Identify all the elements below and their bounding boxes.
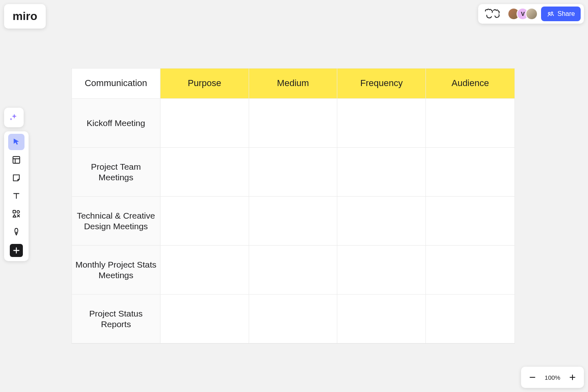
svg-point-1 — [551, 12, 553, 13]
tool-template[interactable] — [8, 152, 24, 168]
table-cell[interactable] — [337, 99, 426, 148]
table-cell[interactable] — [249, 148, 338, 197]
plus-icon — [12, 246, 21, 255]
table-cell[interactable] — [249, 246, 338, 295]
zoom-controls: 100% — [521, 367, 584, 388]
svg-point-4 — [17, 210, 19, 213]
table-row-label[interactable]: Project Team Meetings — [72, 148, 160, 197]
ai-tool[interactable] — [4, 108, 24, 127]
template-icon — [12, 155, 21, 164]
minus-icon — [528, 373, 537, 381]
table-cell[interactable] — [160, 148, 249, 197]
table-cell[interactable] — [426, 295, 514, 343]
svg-rect-2 — [13, 157, 20, 164]
zoom-out-button[interactable] — [525, 370, 540, 385]
table-cell[interactable] — [160, 295, 249, 343]
table-row-label[interactable]: Project Status Reports — [72, 295, 160, 343]
topright-panel: V Share — [478, 4, 584, 24]
table-header-2[interactable]: Medium — [249, 69, 338, 99]
zoom-in-button[interactable] — [565, 370, 580, 385]
table-cell[interactable] — [426, 99, 514, 148]
share-button[interactable]: Share — [541, 7, 581, 21]
svg-rect-3 — [13, 210, 16, 213]
shapes-icon — [12, 209, 21, 218]
tool-select[interactable] — [8, 134, 24, 150]
table-cell[interactable] — [426, 148, 514, 197]
tool-more[interactable] — [10, 244, 23, 257]
svg-point-0 — [548, 12, 550, 14]
cursor-icon — [12, 137, 21, 146]
table-cell[interactable] — [426, 197, 514, 246]
table-cell[interactable] — [249, 295, 338, 343]
table-row-label[interactable]: Kickoff Meeting — [72, 99, 160, 148]
plus-icon — [568, 373, 577, 381]
table-cell[interactable] — [160, 99, 249, 148]
logo-card[interactable]: miro — [4, 4, 46, 29]
reactions-button[interactable] — [481, 7, 504, 21]
pen-icon — [12, 227, 21, 236]
share-icon — [547, 10, 554, 18]
toolbar — [4, 131, 29, 261]
table-row-label[interactable]: Technical & Creative Design Meetings — [72, 197, 160, 246]
sticky-icon — [12, 173, 21, 182]
table-cell[interactable] — [249, 197, 338, 246]
table-row-label[interactable]: Monthly Project Stats Meetings — [72, 246, 160, 295]
table-header-0[interactable]: Communication — [72, 69, 160, 99]
tool-pen[interactable] — [8, 224, 24, 240]
tool-sticky[interactable] — [8, 170, 24, 186]
table-cell[interactable] — [337, 148, 426, 197]
table-header-1[interactable]: Purpose — [160, 69, 249, 99]
tool-shapes[interactable] — [8, 206, 24, 222]
share-label: Share — [557, 10, 575, 18]
table-cell[interactable] — [426, 246, 514, 295]
communication-table[interactable]: CommunicationPurposeMediumFrequencyAudie… — [72, 69, 514, 343]
table-cell[interactable] — [337, 246, 426, 295]
logo-text: miro — [13, 10, 38, 23]
reactions-icon — [483, 8, 503, 20]
table-cell[interactable] — [160, 246, 249, 295]
table-cell[interactable] — [160, 197, 249, 246]
table-header-4[interactable]: Audience — [426, 69, 514, 99]
tool-text[interactable] — [8, 188, 24, 204]
text-icon — [12, 191, 21, 200]
avatar-stack[interactable]: V — [508, 8, 538, 20]
zoom-level[interactable]: 100% — [542, 374, 563, 381]
sparkle-icon — [9, 113, 19, 122]
table-header-3[interactable]: Frequency — [337, 69, 426, 99]
avatar-3[interactable] — [526, 8, 538, 20]
table-cell[interactable] — [337, 295, 426, 343]
table-cell[interactable] — [249, 99, 338, 148]
table-cell[interactable] — [337, 197, 426, 246]
